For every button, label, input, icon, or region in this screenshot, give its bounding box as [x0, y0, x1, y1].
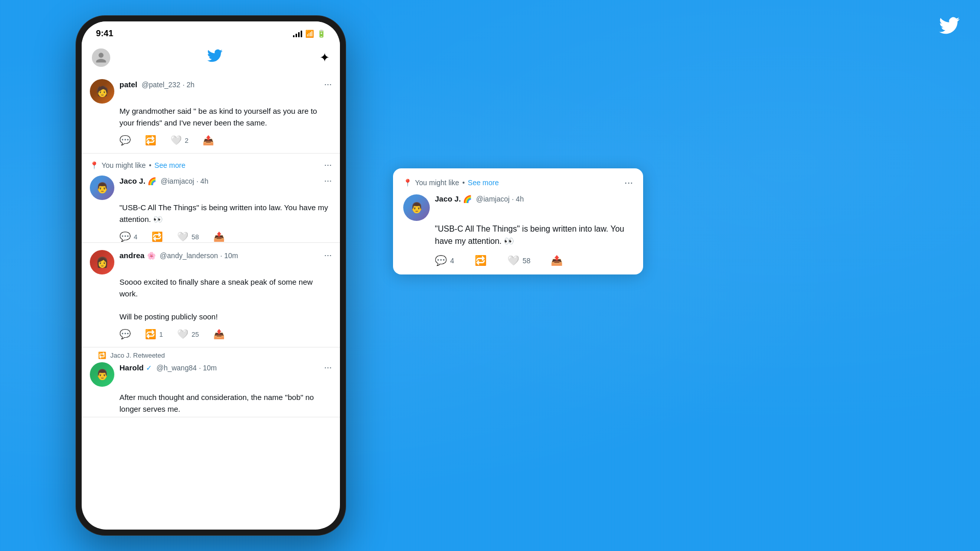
tweet-meta: patel @patel_232 · 2h ··· — [119, 79, 332, 90]
popup-more-options[interactable]: ··· — [624, 177, 633, 188]
popup-reply-button[interactable]: 💬 4 — [435, 255, 454, 266]
time-harold: · 10m — [199, 364, 217, 372]
andrea-user-info: andrea 🌸 @andy_landerson · 10m — [119, 251, 238, 260]
retweet-label-icon: 🔁 — [98, 352, 106, 359]
status-bar: 9:41 📶 🔋 — [82, 21, 340, 43]
tweet-text-patel: My grandmother said " be as kind to your… — [119, 106, 332, 129]
jaco-user-line: Jaco J. 🌈 @iamjacoj · 4h ··· — [119, 176, 332, 186]
avatar-andrea[interactable]: 👩 — [90, 250, 114, 274]
like-count-jaco: 58 — [191, 233, 199, 241]
tweet-body-andrea: Soooo excited to finally share a sneak p… — [119, 277, 332, 340]
avatar-jaco[interactable]: 👨 — [90, 176, 114, 200]
like-button-andrea[interactable]: 🤍 25 — [177, 329, 199, 340]
tweet-more-andrea[interactable]: ··· — [324, 250, 332, 261]
tweet-body-patel: My grandmother said " be as kind to your… — [119, 106, 332, 146]
retweet-button-patel[interactable]: 🔁 — [145, 135, 156, 146]
retweet-count-andrea: 1 — [159, 331, 163, 338]
popup-user-line: Jaco J. 🌈 @iamjacoj · 4h — [435, 194, 633, 204]
heart-icon-andrea: 🤍 — [177, 329, 188, 340]
you-might-like-section: 📍 You might like • See more ··· 👨 — [82, 154, 340, 243]
share-button-patel[interactable]: 📤 — [203, 135, 214, 146]
username-andrea: andrea — [119, 251, 144, 260]
avatar-patel[interactable]: 🧑 — [90, 79, 114, 104]
pin-icon: 📍 — [90, 161, 99, 169]
tweet-jaco-header: 👨 Jaco J. 🌈 @iamjacoj · 4h — [90, 176, 332, 200]
retweet-label: 🔁 Jaco J. Retweeted — [98, 352, 332, 359]
reply-count-jaco: 4 — [134, 233, 137, 241]
popup-retweet-button[interactable]: 🔁 — [475, 255, 487, 266]
tweet-andrea: 👩 andrea 🌸 @andy_landerson · 10m · — [82, 243, 340, 347]
phone-frame: 9:41 📶 🔋 — [76, 15, 346, 536]
popup-rainbow-emoji: 🌈 — [463, 195, 472, 203]
popup-see-more-link[interactable]: See more — [468, 179, 499, 187]
share-icon-jaco: 📤 — [213, 231, 225, 242]
popup-dot-separator: • — [462, 179, 465, 187]
reply-button-patel[interactable]: 💬 — [119, 135, 131, 146]
username-harold: Harold — [119, 363, 144, 372]
handle-harold: @h_wang84 — [156, 364, 197, 372]
sparkle-icon[interactable]: ✦ — [320, 51, 330, 65]
tweet-more-jaco[interactable]: ··· — [324, 176, 332, 186]
popup-avatar-jaco[interactable]: 👨 — [403, 194, 430, 221]
more-options-you-might-like[interactable]: ··· — [324, 160, 332, 170]
popup-tweet-actions: 💬 4 🔁 🤍 58 📤 — [435, 255, 633, 266]
popup-user-info: Jaco J. 🌈 @iamjacoj · 4h — [435, 194, 524, 204]
reply-icon-jaco: 💬 — [119, 231, 131, 242]
status-time: 9:41 — [96, 29, 113, 39]
handle-patel: @patel_232 — [141, 81, 180, 89]
reply-icon: 💬 — [119, 135, 131, 146]
popup-heart-icon: 🤍 — [507, 255, 520, 266]
harold-user-line: Harold ✓ @h_wang84 · 10m ··· — [119, 362, 332, 373]
reply-icon-andrea: 💬 — [119, 329, 131, 340]
popup-tweet-body: "USB-C All The Things" is being written … — [435, 223, 633, 266]
time-patel: · 2h — [183, 81, 194, 89]
like-count-andrea: 25 — [191, 331, 199, 338]
share-button-andrea[interactable]: 📤 — [213, 329, 225, 340]
tweet-more-patel[interactable]: ··· — [324, 79, 332, 90]
tweet-actions-patel: 💬 🔁 🤍 2 📤 — [119, 135, 332, 146]
share-icon: 📤 — [203, 135, 214, 146]
avatar-harold[interactable]: 👨 — [90, 362, 114, 387]
popup-pin-icon: 📍 — [403, 179, 412, 187]
retweet-button-andrea[interactable]: 🔁 1 — [145, 329, 163, 340]
handle-jaco: @iamjacoj — [161, 177, 194, 185]
twitter-header-icon[interactable] — [207, 48, 223, 67]
popup-retweet-icon: 🔁 — [475, 255, 487, 266]
popup-username-jaco: Jaco J. — [435, 194, 461, 203]
popup-reply-count: 4 — [450, 257, 454, 265]
popup-like-button[interactable]: 🤍 58 — [507, 255, 531, 266]
see-more-link[interactable]: See more — [155, 161, 186, 169]
tweet-andrea-meta: andrea 🌸 @andy_landerson · 10m ··· — [119, 250, 332, 261]
popup-time-jaco: · 4h — [512, 195, 524, 203]
tweet-text-harold: After much thought and consideration, th… — [119, 392, 332, 415]
share-icon-andrea: 📤 — [213, 329, 225, 340]
you-might-like-header: 📍 You might like • See more ··· — [90, 160, 332, 170]
reply-button-jaco[interactable]: 💬 4 — [119, 231, 137, 242]
reply-button-andrea[interactable]: 💬 — [119, 329, 131, 340]
popup-you-might-like-header: 📍 You might like • See more ··· — [403, 177, 633, 188]
share-button-jaco[interactable]: 📤 — [213, 231, 225, 242]
jaco-rainbow-emoji: 🌈 — [148, 177, 156, 185]
tweet-feed: 🧑 patel @patel_232 · 2h ··· — [82, 72, 340, 524]
andrea-user-line: andrea 🌸 @andy_landerson · 10m ··· — [119, 250, 332, 261]
username-patel: patel — [119, 80, 137, 89]
jaco-user-info: Jaco J. 🌈 @iamjacoj · 4h — [119, 177, 208, 186]
popup-share-button[interactable]: 📤 — [551, 255, 563, 266]
status-icons: 📶 🔋 — [293, 30, 326, 38]
tweet-body-harold: After much thought and consideration, th… — [119, 392, 332, 415]
dot-separator: • — [149, 161, 152, 169]
avatar[interactable] — [92, 48, 110, 67]
retweet-icon-andrea: 🔁 — [145, 329, 156, 340]
popup-you-might-like-text: You might like — [415, 179, 459, 187]
andrea-emoji: 🌸 — [147, 252, 156, 260]
like-button-jaco[interactable]: 🤍 58 — [177, 231, 199, 242]
verified-badge-harold: ✓ — [146, 364, 152, 372]
like-button-patel[interactable]: 🤍 2 — [170, 135, 188, 146]
tweet-more-harold[interactable]: ··· — [324, 362, 332, 373]
tweet-harold-meta: Harold ✓ @h_wang84 · 10m ··· — [119, 362, 332, 373]
signal-icon — [293, 30, 302, 37]
retweet-button-jaco[interactable]: 🔁 — [152, 231, 163, 242]
handle-andrea: @andy_landerson — [160, 252, 218, 260]
app-header: ✦ — [82, 43, 340, 72]
tweet-harold-header: 👨 Harold ✓ @h_wang84 · 10m ··· — [90, 362, 332, 387]
